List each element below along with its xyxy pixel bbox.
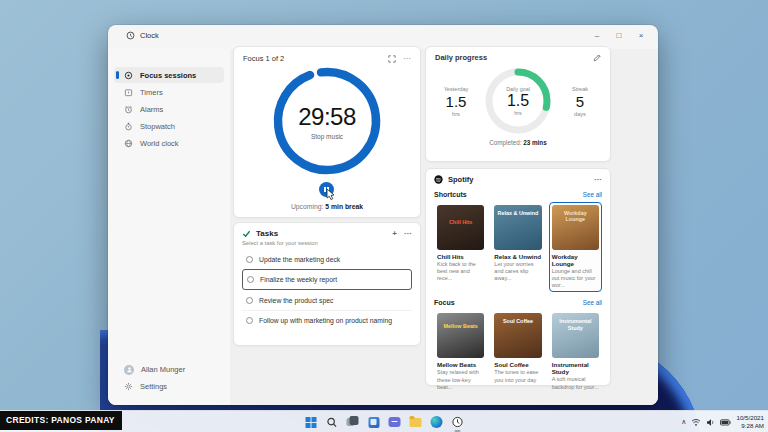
sidebar-item-label: World clock [140, 139, 179, 148]
task-view-icon[interactable] [346, 415, 360, 429]
playlist-card-mellow-beats[interactable]: Mellow Beats Mellow Beats Stay relaxed w… [434, 310, 487, 393]
sidebar-item-label: Alarms [140, 105, 163, 114]
sidebar-item-focus-sessions[interactable]: Focus sessions [114, 67, 224, 83]
mouse-cursor [326, 188, 336, 200]
album-art: Mellow Beats [437, 313, 484, 358]
sidebar-item-settings[interactable]: Settings [114, 378, 224, 395]
tray-clock[interactable]: 10/5/2021 9:28 AM [736, 414, 764, 431]
playlist-card-workday-lounge-selected[interactable]: Workday Lounge Workday Lounge Lounge and… [549, 202, 602, 292]
avatar [124, 365, 134, 375]
file-explorer-icon[interactable] [409, 415, 423, 429]
spotify-more-icon[interactable]: ··· [594, 176, 602, 184]
stat-streak: Streak 5 days [561, 86, 599, 117]
playlist-card-instrumental-study[interactable]: Instrumental Study Instrumental Study A … [549, 310, 602, 393]
shortcuts-see-all-link[interactable]: See all [583, 191, 602, 198]
task-row-selected[interactable]: Finalize the weekly report [242, 269, 412, 290]
gear-icon [124, 382, 133, 391]
album-art: Instrumental Study [552, 313, 599, 358]
app-title-label: Clock [140, 31, 159, 40]
task-row[interactable]: Update the marketing deck [242, 249, 412, 269]
focus-timer-ring: 29:58 Stop music [271, 65, 383, 177]
task-radio[interactable] [246, 256, 253, 263]
minimize-button[interactable]: – [586, 27, 608, 43]
timer-icon [124, 88, 133, 97]
daily-progress-card: Daily progress Yesterday 1.5 hrs [425, 46, 611, 162]
tasks-title: Tasks [256, 229, 278, 238]
credits-badge: CREDITS: PANOS PANAY [0, 411, 122, 430]
task-row[interactable]: Review the product spec [242, 290, 412, 310]
stat-yesterday: Yesterday 1.5 hrs [437, 86, 475, 117]
tray-date: 10/5/2021 [736, 414, 764, 422]
wifi-icon [691, 418, 701, 427]
spotify-card: Spotify ··· Shortcuts See all Chill Hits… [425, 168, 611, 386]
chat-icon[interactable] [388, 415, 402, 429]
playlist-card-relax-unwind[interactable]: Relax & Unwind Relax & Unwind Let your w… [491, 202, 544, 292]
daily-progress-title: Daily progress [435, 53, 487, 62]
system-tray[interactable]: ∧ 10/5/2021 9:28 AM [681, 411, 764, 432]
timer-remaining: 29:58 [298, 103, 356, 131]
playlist-card-chill-hits[interactable]: Chill Hits Chill Hits Kick back to the b… [434, 202, 487, 292]
sidebar-item-timers[interactable]: Timers [114, 84, 224, 100]
daily-goal-ring: Daily goal 1.5 hrs [482, 65, 554, 137]
sidebar-item-label: Stopwatch [140, 122, 175, 131]
focus-icon [124, 71, 133, 80]
settings-label: Settings [140, 382, 167, 391]
edit-pencil-icon[interactable] [593, 54, 601, 62]
playlist-card-soul-coffee[interactable]: Soul Coffee Soul Coffee The tunes to eas… [491, 310, 544, 393]
expand-icon[interactable] [388, 55, 396, 63]
focus-see-all-link[interactable]: See all [583, 299, 602, 306]
spotify-logo-icon [434, 175, 443, 184]
focus-session-card: Focus 1 of 2 ··· 29:58 Stop music [233, 46, 421, 218]
sidebar-item-world-clock[interactable]: World clock [114, 135, 224, 151]
completed-summary: Completed: 23 mins [435, 139, 601, 146]
task-row[interactable]: Follow up with marketing on product nami… [242, 310, 412, 330]
desktop: Clock – □ × Focus sessions Timers [0, 0, 768, 432]
sidebar-item-label: Timers [140, 88, 163, 97]
album-art: Relax & Unwind [494, 205, 541, 250]
upcoming-break: Upcoming: 5 min break [234, 203, 420, 210]
focus-section-title: Focus [434, 299, 455, 306]
tasks-subtitle: Select a task for your session [242, 240, 412, 246]
tray-chevron-icon[interactable]: ∧ [681, 418, 686, 426]
battery-icon [720, 419, 731, 426]
sidebar: Focus sessions Timers Alarms Stopwatch W… [108, 49, 230, 405]
task-radio[interactable] [246, 297, 253, 304]
clock-app-window: Clock – □ × Focus sessions Timers [108, 25, 658, 405]
tasks-check-icon [242, 229, 251, 238]
task-radio[interactable] [246, 317, 253, 324]
maximize-button[interactable]: □ [608, 27, 630, 43]
clock-app-icon [126, 31, 135, 40]
album-art: Workday Lounge [552, 205, 599, 250]
task-label: Finalize the weekly report [260, 276, 337, 283]
tasks-card: Tasks + ··· Select a task for your sessi… [233, 222, 421, 346]
globe-icon [124, 139, 133, 148]
app-title: Clock [126, 31, 159, 40]
main-content: Focus 1 of 2 ··· 29:58 Stop music [230, 49, 658, 405]
add-task-icon[interactable]: + [392, 230, 397, 238]
user-account-item[interactable]: Allan Munger [114, 361, 224, 378]
user-name-label: Allan Munger [141, 365, 185, 374]
edge-browser-icon[interactable] [430, 415, 444, 429]
focus-header-label: Focus 1 of 2 [243, 54, 284, 63]
sidebar-item-stopwatch[interactable]: Stopwatch [114, 118, 224, 134]
tasks-more-icon[interactable]: ··· [404, 230, 412, 238]
shortcuts-title: Shortcuts [434, 191, 467, 198]
task-radio[interactable] [247, 276, 254, 283]
stopwatch-icon [124, 122, 133, 131]
tray-time-label: 9:28 AM [736, 422, 764, 430]
sidebar-item-alarms[interactable]: Alarms [114, 101, 224, 117]
stop-music-label[interactable]: Stop music [311, 133, 343, 140]
search-icon[interactable] [325, 415, 339, 429]
task-label: Follow up with marketing on product nami… [259, 317, 392, 324]
sidebar-item-label: Focus sessions [140, 71, 196, 80]
spotify-title: Spotify [448, 175, 473, 184]
album-art: Chill Hits [437, 205, 484, 250]
task-label: Update the marketing deck [259, 256, 340, 263]
close-button[interactable]: × [630, 27, 652, 43]
more-options-icon[interactable]: ··· [403, 55, 411, 63]
task-label: Review the product spec [259, 297, 333, 304]
start-button[interactable] [304, 415, 318, 429]
widgets-icon[interactable] [367, 415, 381, 429]
clock-taskbar-icon[interactable] [451, 415, 465, 429]
album-art: Soul Coffee [494, 313, 541, 358]
